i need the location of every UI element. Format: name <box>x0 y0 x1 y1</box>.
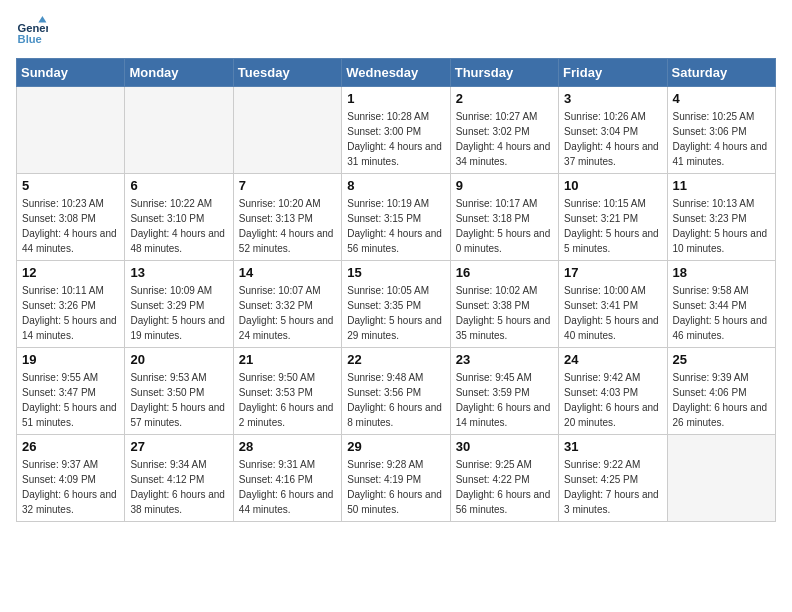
day-number: 1 <box>347 91 444 106</box>
day-info: Sunrise: 9:58 AMSunset: 3:44 PMDaylight:… <box>673 283 770 343</box>
day-cell: 11Sunrise: 10:13 AMSunset: 3:23 PMDaylig… <box>667 174 775 261</box>
day-number: 8 <box>347 178 444 193</box>
weekday-header-friday: Friday <box>559 59 667 87</box>
day-info: Sunrise: 10:19 AMSunset: 3:15 PMDaylight… <box>347 196 444 256</box>
day-info: Sunrise: 9:50 AMSunset: 3:53 PMDaylight:… <box>239 370 336 430</box>
day-info: Sunrise: 9:31 AMSunset: 4:16 PMDaylight:… <box>239 457 336 517</box>
weekday-header-monday: Monday <box>125 59 233 87</box>
day-number: 5 <box>22 178 119 193</box>
day-cell: 30Sunrise: 9:25 AMSunset: 4:22 PMDayligh… <box>450 435 558 522</box>
svg-text:Blue: Blue <box>18 33 42 45</box>
day-cell: 24Sunrise: 9:42 AMSunset: 4:03 PMDayligh… <box>559 348 667 435</box>
day-info: Sunrise: 9:48 AMSunset: 3:56 PMDaylight:… <box>347 370 444 430</box>
day-number: 6 <box>130 178 227 193</box>
day-cell: 27Sunrise: 9:34 AMSunset: 4:12 PMDayligh… <box>125 435 233 522</box>
day-cell: 23Sunrise: 9:45 AMSunset: 3:59 PMDayligh… <box>450 348 558 435</box>
day-number: 29 <box>347 439 444 454</box>
day-cell: 17Sunrise: 10:00 AMSunset: 3:41 PMDaylig… <box>559 261 667 348</box>
logo-icon: General Blue <box>16 16 48 48</box>
logo: General Blue <box>16 16 52 48</box>
day-cell: 12Sunrise: 10:11 AMSunset: 3:26 PMDaylig… <box>17 261 125 348</box>
day-cell: 28Sunrise: 9:31 AMSunset: 4:16 PMDayligh… <box>233 435 341 522</box>
day-info: Sunrise: 9:42 AMSunset: 4:03 PMDaylight:… <box>564 370 661 430</box>
calendar: SundayMondayTuesdayWednesdayThursdayFrid… <box>16 58 776 522</box>
day-cell: 5Sunrise: 10:23 AMSunset: 3:08 PMDayligh… <box>17 174 125 261</box>
day-info: Sunrise: 10:15 AMSunset: 3:21 PMDaylight… <box>564 196 661 256</box>
week-row-3: 12Sunrise: 10:11 AMSunset: 3:26 PMDaylig… <box>17 261 776 348</box>
day-info: Sunrise: 9:37 AMSunset: 4:09 PMDaylight:… <box>22 457 119 517</box>
day-number: 31 <box>564 439 661 454</box>
day-number: 30 <box>456 439 553 454</box>
day-number: 16 <box>456 265 553 280</box>
day-number: 11 <box>673 178 770 193</box>
day-cell: 22Sunrise: 9:48 AMSunset: 3:56 PMDayligh… <box>342 348 450 435</box>
day-cell: 2Sunrise: 10:27 AMSunset: 3:02 PMDayligh… <box>450 87 558 174</box>
day-info: Sunrise: 10:17 AMSunset: 3:18 PMDaylight… <box>456 196 553 256</box>
day-number: 18 <box>673 265 770 280</box>
day-info: Sunrise: 10:20 AMSunset: 3:13 PMDaylight… <box>239 196 336 256</box>
day-cell: 6Sunrise: 10:22 AMSunset: 3:10 PMDayligh… <box>125 174 233 261</box>
day-cell: 21Sunrise: 9:50 AMSunset: 3:53 PMDayligh… <box>233 348 341 435</box>
day-number: 13 <box>130 265 227 280</box>
day-cell: 31Sunrise: 9:22 AMSunset: 4:25 PMDayligh… <box>559 435 667 522</box>
day-cell: 9Sunrise: 10:17 AMSunset: 3:18 PMDayligh… <box>450 174 558 261</box>
day-number: 24 <box>564 352 661 367</box>
weekday-header-sunday: Sunday <box>17 59 125 87</box>
day-info: Sunrise: 10:23 AMSunset: 3:08 PMDaylight… <box>22 196 119 256</box>
day-cell: 13Sunrise: 10:09 AMSunset: 3:29 PMDaylig… <box>125 261 233 348</box>
day-info: Sunrise: 9:28 AMSunset: 4:19 PMDaylight:… <box>347 457 444 517</box>
day-number: 17 <box>564 265 661 280</box>
day-info: Sunrise: 9:55 AMSunset: 3:47 PMDaylight:… <box>22 370 119 430</box>
day-info: Sunrise: 9:22 AMSunset: 4:25 PMDaylight:… <box>564 457 661 517</box>
day-info: Sunrise: 9:25 AMSunset: 4:22 PMDaylight:… <box>456 457 553 517</box>
day-cell: 26Sunrise: 9:37 AMSunset: 4:09 PMDayligh… <box>17 435 125 522</box>
day-info: Sunrise: 10:27 AMSunset: 3:02 PMDaylight… <box>456 109 553 169</box>
week-row-5: 26Sunrise: 9:37 AMSunset: 4:09 PMDayligh… <box>17 435 776 522</box>
day-number: 25 <box>673 352 770 367</box>
day-number: 28 <box>239 439 336 454</box>
weekday-header-saturday: Saturday <box>667 59 775 87</box>
day-number: 3 <box>564 91 661 106</box>
day-info: Sunrise: 9:45 AMSunset: 3:59 PMDaylight:… <box>456 370 553 430</box>
day-cell: 3Sunrise: 10:26 AMSunset: 3:04 PMDayligh… <box>559 87 667 174</box>
day-info: Sunrise: 10:13 AMSunset: 3:23 PMDaylight… <box>673 196 770 256</box>
day-cell: 19Sunrise: 9:55 AMSunset: 3:47 PMDayligh… <box>17 348 125 435</box>
day-cell: 18Sunrise: 9:58 AMSunset: 3:44 PMDayligh… <box>667 261 775 348</box>
day-number: 14 <box>239 265 336 280</box>
day-info: Sunrise: 10:11 AMSunset: 3:26 PMDaylight… <box>22 283 119 343</box>
day-info: Sunrise: 10:00 AMSunset: 3:41 PMDaylight… <box>564 283 661 343</box>
day-number: 26 <box>22 439 119 454</box>
day-info: Sunrise: 10:09 AMSunset: 3:29 PMDaylight… <box>130 283 227 343</box>
day-cell <box>17 87 125 174</box>
week-row-4: 19Sunrise: 9:55 AMSunset: 3:47 PMDayligh… <box>17 348 776 435</box>
day-info: Sunrise: 10:28 AMSunset: 3:00 PMDaylight… <box>347 109 444 169</box>
day-cell <box>125 87 233 174</box>
week-row-2: 5Sunrise: 10:23 AMSunset: 3:08 PMDayligh… <box>17 174 776 261</box>
weekday-header-row: SundayMondayTuesdayWednesdayThursdayFrid… <box>17 59 776 87</box>
day-info: Sunrise: 9:39 AMSunset: 4:06 PMDaylight:… <box>673 370 770 430</box>
day-cell: 4Sunrise: 10:25 AMSunset: 3:06 PMDayligh… <box>667 87 775 174</box>
day-info: Sunrise: 10:05 AMSunset: 3:35 PMDaylight… <box>347 283 444 343</box>
day-cell: 25Sunrise: 9:39 AMSunset: 4:06 PMDayligh… <box>667 348 775 435</box>
day-number: 27 <box>130 439 227 454</box>
day-cell: 20Sunrise: 9:53 AMSunset: 3:50 PMDayligh… <box>125 348 233 435</box>
day-number: 7 <box>239 178 336 193</box>
weekday-header-thursday: Thursday <box>450 59 558 87</box>
day-cell: 14Sunrise: 10:07 AMSunset: 3:32 PMDaylig… <box>233 261 341 348</box>
day-number: 19 <box>22 352 119 367</box>
svg-marker-2 <box>38 16 46 22</box>
day-cell: 8Sunrise: 10:19 AMSunset: 3:15 PMDayligh… <box>342 174 450 261</box>
day-info: Sunrise: 10:07 AMSunset: 3:32 PMDaylight… <box>239 283 336 343</box>
day-cell: 1Sunrise: 10:28 AMSunset: 3:00 PMDayligh… <box>342 87 450 174</box>
header: General Blue <box>16 16 776 48</box>
day-number: 21 <box>239 352 336 367</box>
day-number: 20 <box>130 352 227 367</box>
day-cell <box>233 87 341 174</box>
day-number: 10 <box>564 178 661 193</box>
day-number: 12 <box>22 265 119 280</box>
weekday-header-tuesday: Tuesday <box>233 59 341 87</box>
svg-text:General: General <box>18 22 48 34</box>
day-cell: 16Sunrise: 10:02 AMSunset: 3:38 PMDaylig… <box>450 261 558 348</box>
day-cell: 15Sunrise: 10:05 AMSunset: 3:35 PMDaylig… <box>342 261 450 348</box>
day-cell: 29Sunrise: 9:28 AMSunset: 4:19 PMDayligh… <box>342 435 450 522</box>
